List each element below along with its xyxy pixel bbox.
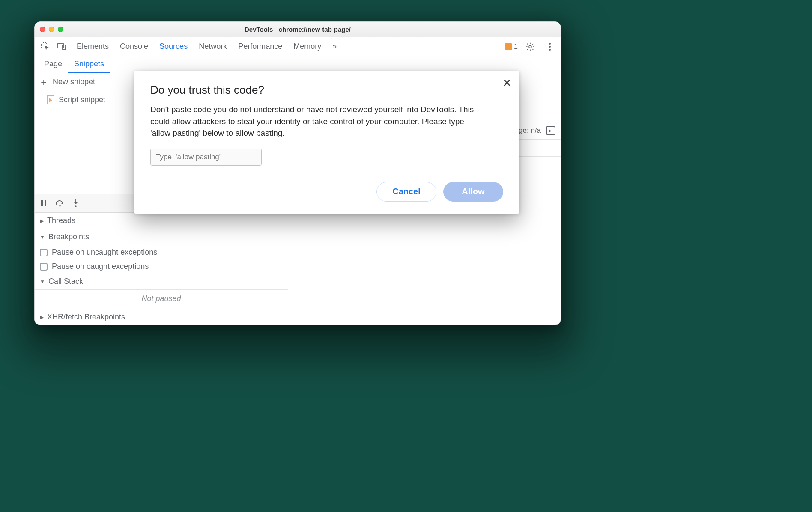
callstack-not-paused: Not paused [35,290,288,309]
pause-uncaught-label: Pause on uncaught exceptions [52,248,157,257]
svg-point-6 [549,49,551,51]
allow-pasting-input[interactable] [150,149,262,166]
threads-label: Threads [47,216,75,225]
window-title: DevTools - chrome://new-tab-page/ [35,26,561,33]
breakpoints-label: Breakpoints [48,232,89,241]
step-over-icon[interactable] [55,199,65,207]
devtools-window: DevTools - chrome://new-tab-page/ Elemen… [34,21,561,325]
pause-uncaught-row[interactable]: Pause on uncaught exceptions [35,245,288,259]
subtab-snippets[interactable]: Snippets [68,56,110,73]
plus-icon: ＋ [39,77,48,87]
chevron-down-icon: ▼ [40,279,45,285]
inspect-element-icon[interactable] [38,39,53,54]
pause-caught-row[interactable]: Pause on caught exceptions [35,259,288,274]
svg-point-4 [549,43,551,45]
tab-console[interactable]: Console [120,42,148,51]
dialog-buttons: Cancel Allow [150,182,503,202]
pause-resume-icon[interactable] [40,199,48,207]
tab-memory[interactable]: Memory [293,42,321,51]
trust-code-dialog: ✕ Do you trust this code? Don't paste co… [134,71,519,214]
tab-performance[interactable]: Performance [238,42,282,51]
svg-rect-8 [45,200,46,206]
checkbox-icon[interactable] [40,249,48,256]
callstack-label: Call Stack [48,277,83,286]
minimize-window-button[interactable] [49,27,54,32]
titlebar: DevTools - chrome://new-tab-page/ [35,22,561,37]
section-callstack[interactable]: ▼ Call Stack [35,274,288,290]
svg-point-5 [549,46,551,48]
coverage-dropdown-icon[interactable] [546,126,555,135]
snippet-item-label: Script snippet [59,95,105,104]
close-window-button[interactable] [40,27,45,32]
chevron-right-icon: ▶ [40,218,44,224]
tab-elements[interactable]: Elements [77,42,109,51]
cancel-button[interactable]: Cancel [376,182,436,202]
device-toolbar-icon[interactable] [54,39,69,54]
snippet-file-icon [47,95,54,104]
svg-rect-2 [63,45,66,50]
svg-point-3 [529,45,531,48]
tabs-list: Elements Console Sources Network Perform… [77,42,503,51]
chevron-down-icon: ▼ [40,234,45,240]
dialog-body: Don't paste code you do not understand o… [150,104,476,139]
step-into-icon[interactable] [72,199,79,208]
subtab-page[interactable]: Page [38,56,68,73]
tabs-overflow-icon[interactable]: » [332,42,337,51]
tab-network[interactable]: Network [199,42,227,51]
settings-gear-icon[interactable] [523,39,537,54]
zoom-window-button[interactable] [58,27,63,32]
issues-badge[interactable]: 1 [505,43,518,51]
warning-icon [505,43,512,50]
more-menu-icon[interactable] [543,39,557,54]
section-breakpoints[interactable]: ▼ Breakpoints [35,229,288,245]
devtools-main-tabs: Elements Console Sources Network Perform… [35,37,561,56]
allow-button[interactable]: Allow [443,182,503,202]
svg-rect-7 [41,200,43,206]
checkbox-icon[interactable] [40,263,48,271]
close-icon[interactable]: ✕ [502,77,512,90]
dialog-title: Do you trust this code? [150,83,503,97]
svg-point-9 [59,205,60,206]
xhr-breakpoints-label: XHR/fetch Breakpoints [47,313,125,321]
section-xhr-breakpoints[interactable]: ▶ XHR/fetch Breakpoints [35,309,288,325]
new-snippet-label: New snippet [53,77,95,86]
svg-point-10 [75,205,76,207]
pause-caught-label: Pause on caught exceptions [52,262,149,271]
tab-sources[interactable]: Sources [159,42,188,51]
chevron-right-icon: ▶ [40,314,44,320]
section-threads[interactable]: ▶ Threads [35,213,288,229]
issues-count: 1 [514,43,518,51]
window-controls [40,27,63,32]
